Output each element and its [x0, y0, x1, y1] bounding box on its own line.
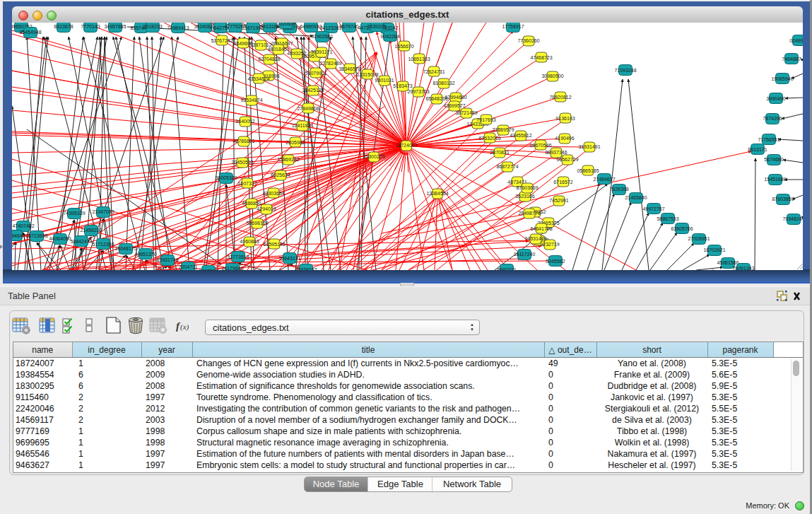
svg-text:49972787: 49972787 — [642, 206, 664, 211]
svg-text:6716572: 6716572 — [553, 180, 572, 185]
svg-text:70348247: 70348247 — [782, 216, 803, 221]
svg-text:8313678: 8313678 — [54, 24, 73, 29]
svg-text:34123281: 34123281 — [319, 25, 341, 30]
svg-text:43699577: 43699577 — [443, 103, 465, 108]
svg-text:58842474: 58842474 — [70, 239, 92, 244]
svg-text:88937346: 88937346 — [545, 150, 567, 155]
svg-text:47468723: 47468723 — [530, 55, 552, 60]
svg-text:39005329: 39005329 — [215, 175, 237, 180]
svg-text:63605766: 63605766 — [671, 226, 693, 231]
svg-text:3623166: 3623166 — [515, 194, 534, 199]
svg-text:15451680: 15451680 — [764, 177, 786, 182]
svg-text:8613171: 8613171 — [748, 147, 767, 152]
svg-text:2004711: 2004711 — [179, 264, 198, 269]
svg-text:30980500: 30980500 — [541, 74, 563, 78]
svg-text:43303654: 43303654 — [262, 191, 284, 196]
svg-text:21465840: 21465840 — [625, 195, 647, 200]
svg-text:71093248: 71093248 — [614, 68, 636, 73]
svg-text:64990913: 64990913 — [300, 24, 322, 29]
svg-text:5674680: 5674680 — [764, 157, 783, 162]
svg-text:27028951: 27028951 — [688, 236, 710, 241]
svg-text:81080132: 81080132 — [433, 81, 454, 86]
svg-text:2805982: 2805982 — [286, 140, 305, 145]
svg-text:28498776: 28498776 — [518, 211, 540, 216]
svg-text:42786801: 42786801 — [233, 139, 254, 144]
svg-text:25300275: 25300275 — [363, 154, 384, 159]
svg-text:05865185: 05865185 — [577, 168, 599, 173]
svg-text:74989413: 74989413 — [167, 25, 189, 30]
svg-text:22782489: 22782489 — [319, 61, 341, 66]
svg-text:3518233: 3518233 — [143, 24, 162, 29]
svg-text:44064090: 44064090 — [49, 236, 71, 241]
svg-text:13315098: 13315098 — [356, 72, 378, 77]
svg-text:35454948: 35454948 — [19, 30, 41, 35]
svg-text:5045562: 5045562 — [546, 259, 565, 264]
svg-text:7770143: 7770143 — [81, 24, 100, 29]
svg-text:47407482: 47407482 — [12, 223, 34, 228]
svg-text:50643171: 50643171 — [278, 256, 300, 261]
svg-text:93534874: 93534874 — [240, 98, 262, 103]
svg-text:49651370: 49651370 — [134, 252, 156, 257]
svg-text:71756551: 71756551 — [758, 137, 779, 142]
svg-text:0249947: 0249947 — [789, 38, 803, 43]
svg-text:51079911: 51079911 — [305, 71, 327, 76]
svg-text:61595148: 61595148 — [263, 242, 285, 247]
svg-text:16048175: 16048175 — [114, 246, 136, 251]
svg-text:1839335: 1839335 — [367, 24, 386, 29]
svg-text:62704828: 62704828 — [258, 57, 280, 62]
svg-text:15869232: 15869232 — [277, 157, 299, 162]
svg-text:3990490: 3990490 — [766, 96, 785, 101]
svg-text:74395339: 74395339 — [63, 211, 85, 216]
svg-text:17758917: 17758917 — [502, 24, 524, 29]
svg-text:12411824: 12411824 — [292, 123, 314, 128]
svg-text:77360260: 77360260 — [517, 38, 539, 43]
svg-text:43455812: 43455812 — [510, 133, 531, 138]
svg-text:51712368: 51712368 — [92, 242, 114, 247]
svg-text:27849808: 27849808 — [297, 106, 319, 111]
svg-text:34957885: 34957885 — [104, 24, 126, 29]
svg-text:13384554: 13384554 — [426, 191, 448, 196]
svg-text:1656670: 1656670 — [394, 44, 413, 49]
svg-text:4060883: 4060883 — [240, 239, 259, 244]
svg-text:86872774: 86872774 — [496, 164, 518, 169]
svg-text:1020539: 1020539 — [276, 23, 295, 26]
svg-text:58867533: 58867533 — [657, 216, 678, 221]
svg-text:0679740: 0679740 — [339, 24, 358, 29]
svg-text:38425135: 38425135 — [302, 88, 324, 93]
svg-text:69379237: 69379237 — [295, 267, 317, 270]
svg-text:7826398: 7826398 — [609, 187, 628, 192]
svg-text:06562729: 06562729 — [556, 157, 578, 162]
svg-text:55698169: 55698169 — [246, 221, 268, 226]
svg-text:5183473: 5183473 — [393, 83, 412, 88]
svg-text:38721489: 38721489 — [455, 110, 477, 115]
svg-text:78820812: 78820812 — [549, 95, 571, 100]
svg-text:10651333: 10651333 — [408, 57, 430, 62]
svg-text:78091343: 78091343 — [732, 266, 754, 270]
svg-text:87603669: 87603669 — [516, 185, 538, 190]
svg-text:7917693: 7917693 — [476, 117, 495, 122]
svg-text:43534624: 43534624 — [247, 76, 269, 81]
svg-text:1607337: 1607337 — [237, 181, 257, 186]
svg-text:67632016: 67632016 — [478, 136, 500, 141]
svg-text:9301031: 9301031 — [375, 78, 394, 83]
svg-text:9232719: 9232719 — [540, 242, 559, 247]
svg-text:09670546: 09670546 — [529, 143, 551, 148]
svg-text:18724007: 18724007 — [395, 143, 417, 148]
svg-text:94531473: 94531473 — [524, 236, 546, 241]
svg-text:7874296: 7874296 — [763, 116, 782, 121]
svg-text:72624731: 72624731 — [423, 69, 445, 74]
svg-text:4586850: 4586850 — [242, 201, 261, 206]
svg-text:9136193: 9136193 — [555, 116, 575, 121]
svg-text:4190496: 4190496 — [555, 136, 574, 141]
svg-text:64641708: 64641708 — [530, 226, 552, 231]
svg-text:7452991: 7452991 — [549, 198, 568, 203]
svg-text:27484677: 27484677 — [593, 177, 615, 182]
svg-text:30391171: 30391171 — [311, 49, 333, 54]
svg-text:31931491: 31931491 — [578, 144, 600, 149]
svg-text:6025634: 6025634 — [271, 173, 290, 177]
svg-text:53767242: 53767242 — [211, 38, 233, 43]
svg-text:4294019: 4294019 — [257, 206, 276, 211]
svg-text:19065940: 19065940 — [771, 76, 793, 81]
svg-text:8267586: 8267586 — [199, 269, 218, 270]
svg-text:27889579: 27889579 — [492, 127, 514, 132]
